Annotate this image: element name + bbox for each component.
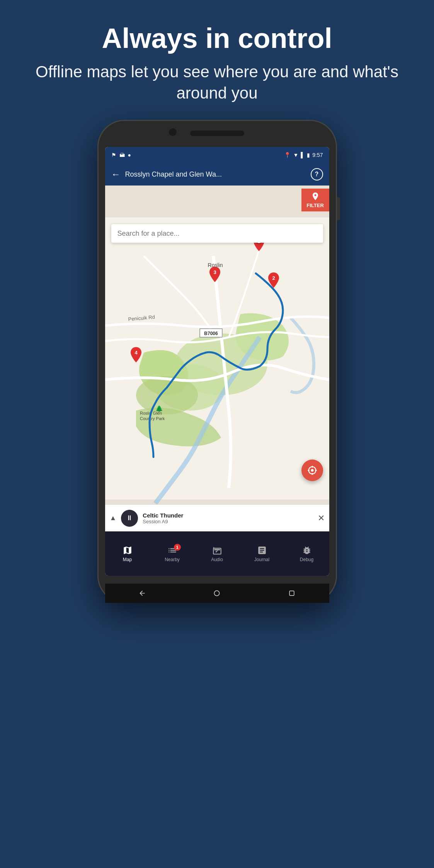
nav-item-map[interactable]: Map: [105, 542, 150, 565]
map-pin-3[interactable]: 3: [209, 267, 221, 284]
audio-info: Celtic Thunder Session A9: [143, 512, 313, 524]
battery-icon: ▮: [307, 152, 310, 158]
svg-text:2: 2: [272, 275, 275, 281]
filter-icon: [311, 192, 320, 201]
nearby-badge: 1: [174, 544, 181, 551]
filter-button[interactable]: FILTER: [301, 189, 329, 211]
nav-item-journal[interactable]: Journal: [240, 542, 284, 565]
svg-point-23: [214, 591, 220, 596]
journal-icon: [257, 545, 267, 555]
help-button[interactable]: ?: [311, 168, 323, 180]
phone-speaker: [190, 131, 244, 136]
page-subtitle: Offline maps let you see where you are a…: [31, 61, 403, 104]
search-bar[interactable]: [111, 224, 323, 243]
map-pin-2[interactable]: 2: [267, 272, 280, 289]
phone-mockup: ⚑ 🏔 ● 📍 ▼ ▌ ▮ 9:57 ← Rosslyn Chapel and …: [97, 120, 337, 603]
android-recent-button[interactable]: [286, 587, 298, 599]
time-display: 9:57: [312, 152, 323, 158]
svg-rect-24: [289, 591, 294, 596]
phone-camera: [169, 128, 177, 136]
svg-text:🌲: 🌲: [155, 405, 163, 412]
audio-title: Celtic Thunder: [143, 512, 313, 519]
status-icon-1: ⚑: [111, 152, 116, 158]
bottom-navigation: Map 1 Nearby Audio: [105, 531, 329, 576]
svg-rect-22: [214, 549, 220, 550]
volume-button: [337, 197, 340, 220]
audio-player: ▲ ⏸ Celtic Thunder Session A9 ✕: [105, 504, 329, 531]
status-icon-3: ●: [128, 152, 131, 158]
nav-item-debug[interactable]: Debug: [284, 542, 329, 565]
map-icon: [123, 545, 133, 555]
status-right-icons: 📍 ▼ ▌ ▮ 9:57: [284, 152, 323, 158]
audio-subtitle: Session A9: [143, 519, 313, 524]
nav-item-nearby[interactable]: 1 Nearby: [150, 542, 195, 565]
audio-play-button[interactable]: ⏸: [121, 510, 138, 527]
android-back-button[interactable]: [136, 587, 148, 599]
svg-text:4: 4: [134, 350, 138, 356]
phone-shell: ⚑ 🏔 ● 📍 ▼ ▌ ▮ 9:57 ← Rosslyn Chapel and …: [97, 120, 337, 603]
nav-label-map: Map: [123, 557, 132, 562]
nav-label-nearby: Nearby: [165, 557, 180, 562]
svg-point-17: [311, 469, 313, 472]
debug-icon: [302, 545, 312, 555]
svg-text:3: 3: [213, 269, 216, 275]
status-icon-2: 🏔: [119, 152, 125, 158]
audio-close-button[interactable]: ✕: [318, 513, 325, 523]
search-input[interactable]: [117, 230, 317, 238]
map-area[interactable]: Penicuik Rd B7006 Roslin Roslin Glen Cou…: [105, 186, 329, 531]
phone-screen: ⚑ 🏔 ● 📍 ▼ ▌ ▮ 9:57 ← Rosslyn Chapel and …: [105, 147, 329, 576]
app-bar: ← Rosslyn Chapel and Glen Wa... ?: [105, 163, 329, 186]
nav-label-journal: Journal: [254, 557, 269, 562]
location-icon: 📍: [284, 152, 291, 158]
map-pin-4[interactable]: 4: [130, 347, 142, 364]
page-title: Always in control: [31, 23, 403, 54]
android-nav-bar: [105, 584, 329, 603]
nav-label-debug: Debug: [300, 557, 313, 562]
svg-text:B7006: B7006: [204, 331, 218, 336]
filter-label: FILTER: [306, 203, 324, 208]
audio-icon: [212, 545, 222, 555]
audio-collapse-button[interactable]: ▲: [110, 514, 117, 522]
app-bar-title: Rosslyn Chapel and Glen Wa...: [125, 170, 306, 179]
android-home-button[interactable]: [211, 587, 223, 599]
status-bar: ⚑ 🏔 ● 📍 ▼ ▌ ▮ 9:57: [105, 147, 329, 163]
location-fab[interactable]: [301, 460, 323, 481]
signal-icon: ▌: [301, 152, 305, 158]
svg-text:Country Park: Country Park: [140, 416, 165, 421]
wifi-icon: ▼: [293, 152, 298, 158]
back-button[interactable]: ←: [111, 169, 121, 180]
crosshair-icon: [307, 465, 318, 476]
page-header: Always in control Offline maps let you s…: [0, 0, 434, 119]
status-left-icons: ⚑ 🏔 ●: [111, 152, 131, 158]
nav-item-audio[interactable]: Audio: [195, 542, 240, 565]
nav-label-audio: Audio: [211, 557, 223, 562]
